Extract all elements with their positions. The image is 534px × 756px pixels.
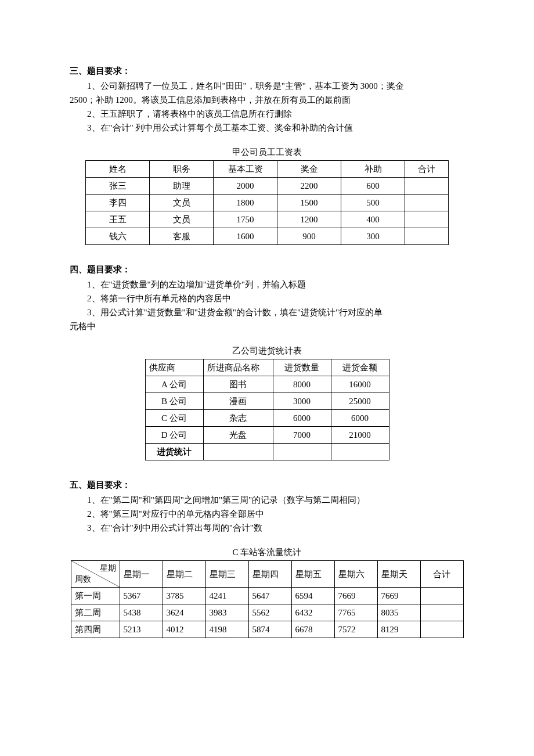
cell: 7000 <box>273 427 331 444</box>
cell: 5874 <box>248 621 291 638</box>
col-header: 所进商品名称 <box>203 359 273 376</box>
diag-top-label: 星期 <box>100 562 116 575</box>
cell: B 公司 <box>145 393 203 410</box>
s3-item3: 3、在"合计" 列中用公式计算每个员工基本工资、奖金和补助的合计值 <box>70 121 464 135</box>
cell: 3000 <box>273 393 331 410</box>
cell: 6678 <box>291 621 334 638</box>
cell <box>420 604 463 621</box>
table3-title: C 车站客流量统计 <box>70 545 464 559</box>
cell <box>405 211 449 228</box>
cell: 21000 <box>331 427 389 444</box>
s3-item1-line1: 1、公司新招聘了一位员工，姓名叫"田田"，职务是"主管"，基本工资为 3000；… <box>70 79 464 93</box>
cell: 8035 <box>377 604 420 621</box>
col-header: 星期天 <box>377 561 420 588</box>
cell: 4012 <box>163 621 205 638</box>
col-header: 基本工资 <box>214 161 277 178</box>
cell: 600 <box>341 178 405 195</box>
cell: 1750 <box>214 211 277 228</box>
cell: 5562 <box>248 604 291 621</box>
diagonal-header: 星期 周数 <box>71 561 120 588</box>
cell: 7572 <box>334 621 377 638</box>
cell <box>405 178 449 195</box>
table-row: 第二周 5438 3624 3983 5562 6432 7765 8035 <box>71 604 463 621</box>
table-row: 王五 文员 1750 1200 400 <box>86 211 449 228</box>
cell: 6594 <box>291 588 334 604</box>
col-header: 进货金额 <box>331 359 389 376</box>
col-header: 星期六 <box>334 561 377 588</box>
cell: 王五 <box>86 211 150 228</box>
cell: 500 <box>341 195 405 211</box>
section-5-title: 五、题目要求： <box>70 478 464 492</box>
cell: 5367 <box>120 588 163 604</box>
cell: D 公司 <box>145 427 203 444</box>
col-header: 奖金 <box>277 161 341 178</box>
cell: 7669 <box>334 588 377 604</box>
cell: 8000 <box>273 376 331 393</box>
cell: 7669 <box>377 588 420 604</box>
table-row: 姓名 职务 基本工资 奖金 补助 合计 <box>86 161 449 178</box>
s3-item2: 2、王五辞职了，请将表格中的该员工信息所在行删除 <box>70 107 464 121</box>
cell: 客服 <box>150 228 214 245</box>
col-header: 进货数量 <box>273 359 331 376</box>
table-row: 第一周 5367 3785 4241 5647 6594 7669 7669 <box>71 588 463 604</box>
cell: 第四周 <box>71 621 120 638</box>
table-row: 供应商 所进商品名称 进货数量 进货金额 <box>145 359 389 376</box>
section-3-title: 三、题目要求： <box>70 64 464 78</box>
cell: A 公司 <box>145 376 203 393</box>
col-header: 姓名 <box>86 161 150 178</box>
cell: 文员 <box>150 195 214 211</box>
col-header: 供应商 <box>145 359 203 376</box>
cell: 第二周 <box>71 604 120 621</box>
cell: 文员 <box>150 211 214 228</box>
cell: 漫画 <box>203 393 273 410</box>
cell: 300 <box>341 228 405 245</box>
table-row: 张三 助理 2000 2200 600 <box>86 178 449 195</box>
s4-item3-line1: 3、用公式计算"进货数量"和"进货金额"的合计数，填在"进货统计"行对应的单 <box>70 305 464 319</box>
table-row: A 公司 图书 8000 16000 <box>145 376 389 393</box>
col-header: 星期五 <box>291 561 334 588</box>
cell: 助理 <box>150 178 214 195</box>
diag-bottom-label: 周数 <box>75 573 91 586</box>
cell: 7765 <box>334 604 377 621</box>
cell: 3624 <box>163 604 205 621</box>
cell: 4198 <box>205 621 248 638</box>
table-row: B 公司 漫画 3000 25000 <box>145 393 389 410</box>
cell: 进货统计 <box>145 444 203 460</box>
cell: 8129 <box>377 621 420 638</box>
cell: 2000 <box>214 178 277 195</box>
table-row: C 公司 杂志 6000 6000 <box>145 410 389 427</box>
cell: 900 <box>277 228 341 245</box>
cell: 5647 <box>248 588 291 604</box>
cell: 杂志 <box>203 410 273 427</box>
col-header: 星期四 <box>248 561 291 588</box>
col-header: 职务 <box>150 161 214 178</box>
table1-title: 甲公司员工工资表 <box>70 145 464 159</box>
col-header: 补助 <box>341 161 405 178</box>
cell: 6432 <box>291 604 334 621</box>
table-row: 钱六 客服 1600 900 300 <box>86 228 449 245</box>
cell: 5213 <box>120 621 163 638</box>
col-header: 合计 <box>420 561 463 588</box>
s5-item3: 3、在"合计"列中用公式计算出每周的"合计"数 <box>70 521 464 535</box>
cell: 李四 <box>86 195 150 211</box>
purchase-table: 供应商 所进商品名称 进货数量 进货金额 A 公司 图书 8000 16000 … <box>145 359 389 460</box>
cell: 1600 <box>214 228 277 245</box>
col-header: 星期二 <box>163 561 205 588</box>
cell: 2200 <box>277 178 341 195</box>
cell <box>273 444 331 460</box>
cell: 6000 <box>331 410 389 427</box>
cell: 钱六 <box>86 228 150 245</box>
s4-item3-line2: 元格中 <box>70 319 464 333</box>
traffic-table: 星期 周数 星期一 星期二 星期三 星期四 星期五 星期六 星期天 合计 第一周… <box>71 560 464 638</box>
col-header: 星期一 <box>120 561 163 588</box>
cell: 光盘 <box>203 427 273 444</box>
cell: 400 <box>341 211 405 228</box>
cell <box>203 444 273 460</box>
cell <box>331 444 389 460</box>
cell: 张三 <box>86 178 150 195</box>
table-row: 星期 周数 星期一 星期二 星期三 星期四 星期五 星期六 星期天 合计 <box>71 561 463 588</box>
cell <box>420 588 463 604</box>
salary-table: 姓名 职务 基本工资 奖金 补助 合计 张三 助理 2000 2200 600 … <box>85 160 449 245</box>
cell: 25000 <box>331 393 389 410</box>
cell: 图书 <box>203 376 273 393</box>
